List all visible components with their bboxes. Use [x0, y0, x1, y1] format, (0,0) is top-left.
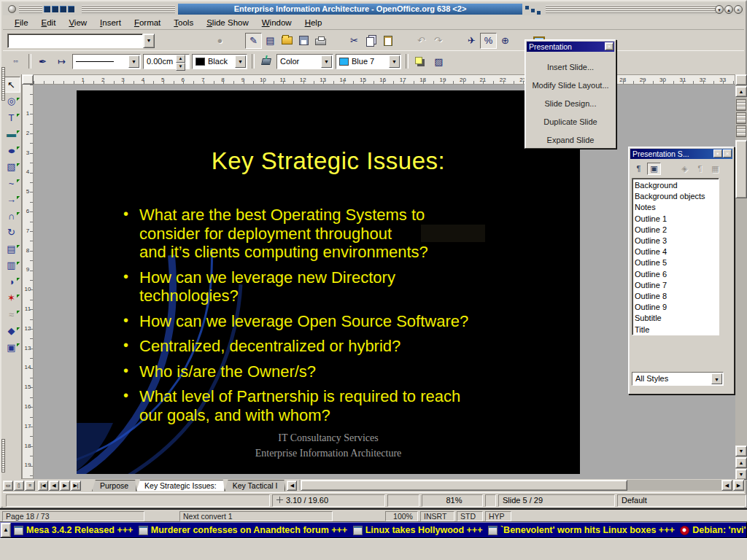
ticker-item[interactable]: Mesa 3.4.2 Released +++ — [11, 525, 136, 535]
presentation-styles-icon[interactable]: ▣ — [647, 163, 661, 175]
style-list-item[interactable]: Outline 9 — [635, 302, 719, 313]
effects-pie-icon[interactable]: ◑ — [3, 273, 20, 289]
shade-icon[interactable]: ▪ — [713, 149, 722, 158]
style-list-item[interactable]: Outline 8 — [635, 291, 719, 302]
menu-item[interactable]: Slide Design... — [525, 95, 616, 113]
presentation-menu-titlebar[interactable]: Presentation × — [527, 42, 614, 52]
tab-scroll-left-icon[interactable]: ◀ — [287, 481, 297, 491]
pen-style-icon[interactable]: ✒ — [34, 53, 51, 69]
menu-item[interactable]: File — [9, 17, 34, 28]
vertical-scrollbar[interactable]: ▲ ▼ ▲ ▼ — [735, 74, 747, 481]
ticker-item[interactable]: Linux takes Hollywood +++ — [350, 525, 485, 535]
curve-tool-icon[interactable]: ~ — [3, 175, 20, 191]
style-list-item[interactable]: Outline 3 — [635, 236, 719, 246]
3d-objects-icon[interactable]: ▧ — [3, 159, 20, 175]
style-list-item[interactable]: Outline 4 — [635, 246, 719, 257]
maximize-button[interactable]: ▴ — [724, 5, 733, 14]
border-grip[interactable] — [736, 125, 746, 137]
style-list-item[interactable]: Outline 1 — [635, 214, 719, 225]
scroll-down-icon[interactable]: ▼ — [735, 446, 747, 456]
style-list-item[interactable]: Title — [635, 324, 719, 335]
scroll-thumb[interactable] — [301, 480, 627, 491]
edit-points-icon[interactable]: ▫▫ — [7, 53, 24, 69]
border-grip[interactable] — [736, 99, 746, 111]
open-icon[interactable] — [279, 33, 295, 49]
menu-item[interactable]: Expand Slide — [525, 131, 616, 149]
rectangle-tool-icon[interactable]: ▬ — [3, 126, 20, 142]
shadow-icon[interactable] — [411, 53, 428, 69]
undo-icon[interactable]: ↶ — [413, 33, 430, 49]
chevron-down-icon[interactable]: ▼ — [128, 55, 139, 68]
scroll-left-icon[interactable]: ◀ — [721, 480, 732, 491]
new-from-template-icon[interactable]: ▤ — [262, 33, 279, 49]
copy-icon[interactable] — [363, 33, 379, 49]
scroll-right-icon[interactable]: ▶ — [733, 480, 744, 491]
menu-item[interactable]: Format — [128, 17, 166, 28]
line-color-select[interactable]: Black ▼ — [192, 54, 247, 69]
presentation-box-icon[interactable]: ▣ — [3, 339, 20, 355]
url-input[interactable] — [7, 34, 143, 48]
scroll-corner-button[interactable] — [735, 74, 747, 85]
preview-icon[interactable]: ▨ — [430, 53, 447, 69]
3d-controller-icon[interactable]: ◆ — [3, 323, 20, 339]
scroll-thumb[interactable] — [735, 140, 747, 198]
last-slide-button[interactable]: ▶| — [71, 481, 81, 491]
menu-item[interactable]: Insert Slide... — [525, 58, 616, 77]
slide-tab[interactable]: Purpose — [92, 480, 136, 491]
title-bar[interactable]: Enterprise Information Architecture - Op… — [3, 3, 744, 15]
chevron-down-icon[interactable]: ▼ — [321, 55, 332, 68]
edit-file-icon[interactable]: ✎ — [245, 33, 262, 49]
style-list-item[interactable]: Background objects — [635, 191, 719, 202]
style-list-item[interactable]: Subtitle — [635, 313, 719, 324]
separator[interactable] — [228, 33, 245, 49]
ticker-item[interactable]: Debian: 'nvi' format string vulnerabilit… — [677, 525, 746, 535]
ellipse-tool-icon[interactable]: ● — [3, 142, 20, 158]
horizontal-scrollbar[interactable]: ◀ ▶ — [299, 480, 744, 491]
lines-arrows-icon[interactable]: → — [3, 192, 20, 208]
scroll-up-icon[interactable]: ▲ — [735, 86, 747, 97]
outline-view-button[interactable]: ▯ — [14, 481, 24, 491]
arrow-ends-icon[interactable]: ↦ — [53, 53, 70, 69]
close-button[interactable]: × — [734, 5, 743, 14]
previous-slide-icon[interactable]: ▲ — [735, 457, 747, 468]
zoom-tool-icon[interactable]: ◎ — [3, 93, 20, 109]
print-icon[interactable] — [312, 33, 329, 49]
style-filter-select[interactable]: All Styles ▼ — [632, 372, 724, 386]
animation-effects-icon[interactable]: ≈ — [3, 306, 20, 322]
separator[interactable] — [396, 33, 413, 49]
connector-tool-icon[interactable]: ∩ — [3, 208, 20, 224]
slide-canvas[interactable]: Key Strategic Issues: • What are the bes… — [77, 90, 580, 474]
fill-type-select[interactable]: Color ▼ — [276, 54, 333, 69]
menu-item[interactable]: Window — [256, 17, 298, 28]
slide-bullet-list[interactable]: • What are the best Operating Systems to… — [122, 206, 560, 431]
line-style-select[interactable]: ▼ — [72, 54, 141, 69]
gap[interactable] — [662, 163, 676, 175]
paragraph-styles-icon[interactable]: ¶ — [632, 163, 646, 175]
next-slide-button[interactable]: ▶ — [60, 481, 70, 491]
slide-tab[interactable]: Key Tactical I — [225, 480, 286, 491]
save-icon[interactable] — [295, 33, 312, 49]
chevron-down-icon[interactable]: ▼ — [235, 55, 246, 68]
alignment-icon[interactable]: ▤ — [3, 241, 20, 257]
first-slide-button[interactable]: |◀ — [38, 481, 48, 491]
rotate-tool-icon[interactable]: ↻ — [3, 225, 20, 241]
slide-title[interactable]: Key Strategic Issues: — [77, 147, 580, 175]
minimize-button[interactable]: ▾ — [715, 5, 724, 14]
style-list-item[interactable]: Notes — [635, 202, 719, 213]
paste-icon[interactable] — [379, 33, 396, 49]
drawing-view-button[interactable]: ▭ — [3, 481, 13, 491]
ticker-item[interactable]: Murderer confesses on Anandtech forum ++… — [136, 525, 350, 535]
fill-color-select[interactable]: Blue 7 ▼ — [336, 54, 401, 69]
close-icon[interactable]: × — [723, 149, 732, 158]
slide-view-button[interactable]: ≡ — [25, 481, 35, 491]
menu-item[interactable]: Modify Slide Layout... — [525, 77, 616, 95]
style-list-item[interactable]: Outline 6 — [635, 269, 719, 280]
slide-number-field[interactable]: Slide 5 / 29 — [498, 494, 615, 507]
cut-icon[interactable]: ✂ — [346, 33, 363, 49]
line-width-spinner[interactable]: 0.00cm ▲▼ — [143, 54, 190, 69]
menu-item[interactable]: Slide Show — [201, 17, 255, 28]
update-style-icon[interactable]: ▦ — [708, 163, 722, 175]
menu-item[interactable]: Tools — [168, 17, 199, 28]
layout-field[interactable]: Default — [617, 494, 746, 507]
arrange-icon[interactable]: ▥ — [3, 257, 20, 273]
